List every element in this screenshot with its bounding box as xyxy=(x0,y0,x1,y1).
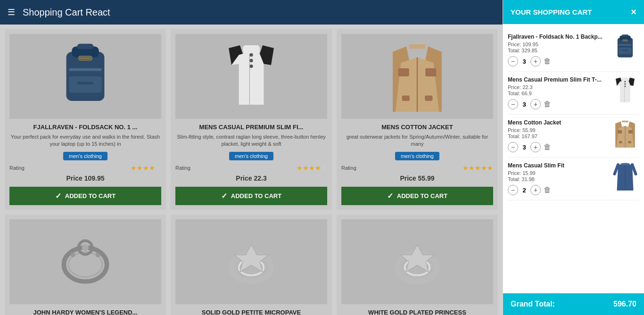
star-filled: ★ xyxy=(309,164,315,172)
star-empty: ★ xyxy=(155,164,161,172)
decrease-qty-button[interactable]: − xyxy=(508,56,518,66)
cart-item-info: Fjallraven - Foldsack No. 1 Backp... Pri… xyxy=(508,33,607,66)
cart-item-image xyxy=(611,119,639,148)
svg-point-52 xyxy=(625,86,626,87)
product-category-badge[interactable]: men's clothing xyxy=(395,152,439,160)
svg-point-15 xyxy=(249,65,253,68)
product-card-5: SOLID GOLD PETITE MICROPAVE Satisfaction… xyxy=(171,215,332,315)
quantity-value: 2 xyxy=(521,187,528,194)
svg-point-50 xyxy=(625,81,626,83)
star-filled: ★ xyxy=(462,164,469,172)
cart-title: YOUR SHOPPING CART xyxy=(511,8,592,16)
add-to-cart-button[interactable]: ✓ ADDED TO CART xyxy=(9,187,161,205)
star-empty: ★ xyxy=(321,164,327,172)
svg-rect-59 xyxy=(619,141,622,143)
svg-rect-3 xyxy=(69,68,101,71)
cart-item-name: Mens Cotton Jacket xyxy=(508,119,607,126)
product-stars: ★★★★★ xyxy=(462,164,493,172)
star-filled: ★ xyxy=(137,164,143,172)
svg-rect-21 xyxy=(425,68,436,76)
delete-item-button[interactable]: 🗑 xyxy=(544,57,551,66)
decrease-qty-button[interactable]: − xyxy=(508,99,518,109)
main-content: FJALLRAVEN - FOLDSACK NO. 1 ... Your per… xyxy=(0,25,503,315)
cart-item-info: Mens Cotton Jacket Price: 55.99 Total: 1… xyxy=(508,119,607,152)
product-card-3: MENS COTTON JACKET great outerwear jacke… xyxy=(337,29,498,210)
star-filled: ★ xyxy=(303,164,309,172)
product-rating-row: Rating ★★★★★ xyxy=(175,164,327,172)
svg-point-28 xyxy=(82,244,89,251)
cart-items-list: Fjallraven - Foldsack No. 1 Backp... Pri… xyxy=(503,24,644,293)
product-image-container xyxy=(9,219,161,304)
product-card-6: WHITE GOLD PLATED PRINCESS Classic Creat… xyxy=(337,215,498,315)
product-stars: ★★★★★ xyxy=(131,164,161,172)
star-filled: ★ xyxy=(469,164,475,172)
product-image-container xyxy=(341,219,493,304)
rating-label: Rating xyxy=(341,165,356,171)
add-to-cart-button[interactable]: ✓ ADDED TO CART xyxy=(341,187,493,205)
cart-item-image xyxy=(611,33,639,62)
star-filled: ★ xyxy=(487,164,493,172)
decrease-qty-button[interactable]: − xyxy=(508,142,518,152)
product-category-badge[interactable]: men's clothing xyxy=(63,152,107,160)
product-title: WHITE GOLD PLATED PRINCESS xyxy=(368,309,466,315)
button-label: ADDED TO CART xyxy=(65,192,116,199)
product-image-container xyxy=(341,34,493,119)
button-label: ADDED TO CART xyxy=(231,192,281,199)
cart-item-name: Mens Casual Premium Slim Fit T-... xyxy=(508,76,607,83)
cart-item-controls: − 3 + 🗑 xyxy=(508,142,607,152)
product-card-1: FJALLRAVEN - FOLDSACK NO. 1 ... Your per… xyxy=(5,29,166,210)
product-category-badge[interactable]: men's clothing xyxy=(229,152,273,160)
add-to-cart-button[interactable]: ✓ ADDED TO CART xyxy=(175,187,327,205)
star-filled: ★ xyxy=(315,164,321,172)
delete-item-button[interactable]: 🗑 xyxy=(544,100,551,108)
svg-rect-39 xyxy=(622,34,628,37)
svg-rect-23 xyxy=(425,95,432,101)
app-title: Shopping Cart React xyxy=(23,7,110,18)
increase-qty-button[interactable]: + xyxy=(530,99,541,109)
delete-item-button[interactable]: 🗑 xyxy=(544,186,551,194)
cart-item-controls: − 3 + 🗑 xyxy=(508,99,607,109)
star-filled: ★ xyxy=(475,164,481,172)
product-rating-row: Rating ★★★★★ xyxy=(341,164,493,172)
product-title: JOHN HARDY WOMEN'S LEGEND... xyxy=(33,309,138,315)
svg-rect-40 xyxy=(619,44,632,45)
increase-qty-button[interactable]: + xyxy=(530,142,541,152)
cart-item: Fjallraven - Foldsack No. 1 Backp... Pri… xyxy=(508,29,639,72)
cart-item: Mens Cotton Jacket Price: 55.99 Total: 1… xyxy=(508,115,639,158)
cart-item-name: Mens Casual Slim Fit xyxy=(508,162,607,169)
product-price: Price 22.3 xyxy=(236,174,266,182)
product-title: FJALLRAVEN - FOLDSACK NO. 1 ... xyxy=(33,124,138,131)
rating-label: Rating xyxy=(175,165,190,171)
svg-point-14 xyxy=(249,59,253,62)
product-price: Price 55.99 xyxy=(400,174,434,182)
product-desc: great outerwear jackets for Spring/Autum… xyxy=(341,133,493,148)
increase-qty-button[interactable]: + xyxy=(530,56,541,66)
svg-rect-43 xyxy=(623,40,627,41)
svg-rect-58 xyxy=(628,130,633,133)
star-filled: ★ xyxy=(297,164,303,172)
product-rating-row: Rating ★★★★★ xyxy=(9,164,161,172)
svg-rect-20 xyxy=(398,68,409,76)
product-card-2: MENS CASUAL PREMIUM SLIM FI... Slim-fitt… xyxy=(171,29,332,210)
product-desc: Slim-fitting style, contrast raglan long… xyxy=(175,133,327,148)
quantity-value: 3 xyxy=(521,101,528,108)
product-desc: Your perfect pack for everyday use and w… xyxy=(9,133,161,148)
cart-close-button[interactable]: × xyxy=(631,7,636,17)
cart-item-price: Price: 109.95 xyxy=(508,41,607,47)
decrease-qty-button[interactable]: − xyxy=(508,185,518,195)
svg-point-29 xyxy=(71,253,75,257)
svg-line-64 xyxy=(615,165,619,174)
product-title: MENS COTTON JACKET xyxy=(381,124,453,131)
cart-footer: Grand Total: 596.70 xyxy=(503,293,644,315)
svg-point-30 xyxy=(96,253,100,257)
product-image-container xyxy=(175,219,327,304)
svg-rect-2 xyxy=(77,44,94,50)
svg-rect-22 xyxy=(402,95,410,101)
cart-item-price: Price: 55.99 xyxy=(508,127,607,133)
cart-item-total: Total: 66.9 xyxy=(508,91,607,96)
rating-label: Rating xyxy=(9,165,25,171)
increase-qty-button[interactable]: + xyxy=(530,185,541,195)
menu-icon[interactable]: ☰ xyxy=(8,7,15,17)
delete-item-button[interactable]: 🗑 xyxy=(544,143,551,151)
svg-point-13 xyxy=(249,53,253,57)
